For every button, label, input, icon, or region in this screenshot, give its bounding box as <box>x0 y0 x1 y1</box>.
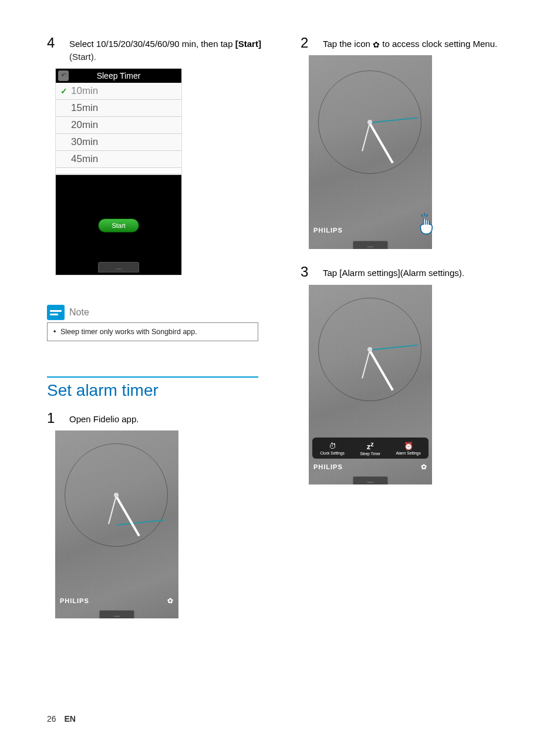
gear-icon: ✿ <box>373 40 380 49</box>
screenshot-clock-app: PHILIPS ✿ ⎵⎵ <box>55 430 178 618</box>
step-1: 1 Open Fidelio app. <box>47 410 265 426</box>
section-divider <box>47 376 258 378</box>
clock-settings-icon: ⏱ <box>329 442 336 450</box>
step-number: 1 <box>47 410 61 426</box>
note-box: Note Sleep timer only works with Songbir… <box>47 305 258 341</box>
sleep-lower: Start ⎵⎵ <box>56 175 181 275</box>
step-text: Open Fidelio app. <box>69 410 139 426</box>
step2-pre: Tap the icon <box>323 39 373 49</box>
tray-icon: ⎵⎵ <box>99 610 134 618</box>
brand-label: PHILIPS <box>313 227 343 234</box>
step4-bold: [Start] <box>235 39 261 49</box>
tray-icon: ⎵⎵ <box>353 476 388 484</box>
back-icon[interactable]: ↶ <box>58 70 69 81</box>
tap-hand-icon <box>414 213 434 238</box>
section-title: Set alarm timer <box>47 381 265 400</box>
settings-menu: ⏱ Clock Settings zz Sleep Timer ⏰ Alarm … <box>312 438 429 459</box>
step-2: 2 Tap the icon ✿ to access clock setting… <box>301 35 519 51</box>
tray-icon: ⎵⎵ <box>98 262 139 272</box>
menu-sleep-timer[interactable]: zz Sleep Timer <box>360 441 380 456</box>
page-lang: EN <box>64 714 75 724</box>
step-text: Select 10/15/20/30/45/60/90 min, then ta… <box>69 35 265 63</box>
screenshot-clock-plain: PHILIPS ⎵⎵ <box>309 55 432 249</box>
menu-label: Sleep Timer <box>360 452 380 456</box>
timer-row-fade <box>56 168 181 175</box>
screenshot-sleep-timer: ↶ Sleep Timer 10min 15min 20min 30min 45… <box>55 68 182 275</box>
step-number: 3 <box>301 264 315 280</box>
timer-row-10[interactable]: 10min <box>56 83 181 100</box>
screenshot-clock-menu: ⏱ Clock Settings zz Sleep Timer ⏰ Alarm … <box>309 285 432 484</box>
note-icon <box>47 305 65 320</box>
menu-clock-settings[interactable]: ⏱ Clock Settings <box>320 442 345 455</box>
step-text: Tap [Alarm settings](Alarm settings). <box>323 264 464 280</box>
timer-list: 10min 15min 20min 30min 45min <box>56 83 181 175</box>
timer-row-20[interactable]: 20min <box>56 117 181 134</box>
menu-alarm-settings[interactable]: ⏰ Alarm Settings <box>396 442 420 455</box>
step-number: 4 <box>47 35 61 63</box>
sleep-title: Sleep Timer <box>97 71 141 80</box>
note-body: Sleep timer only works with Songbird app… <box>47 322 258 341</box>
step-3: 3 Tap [Alarm settings](Alarm settings). <box>301 264 519 280</box>
menu-label: Clock Settings <box>320 451 345 455</box>
timer-row-45[interactable]: 45min <box>56 151 181 168</box>
timer-row-15[interactable]: 15min <box>56 100 181 117</box>
timer-row-30[interactable]: 30min <box>56 134 181 151</box>
sleep-icon: zz <box>367 441 374 450</box>
step4-paren: (Start). <box>69 52 96 62</box>
gear-icon[interactable]: ✿ <box>421 463 427 471</box>
brand-label: PHILIPS <box>60 597 89 604</box>
step-number: 2 <box>301 35 315 51</box>
page-footer: 26 EN <box>47 714 76 724</box>
step-4: 4 Select 10/15/20/30/45/60/90 min, then … <box>47 35 265 63</box>
start-button[interactable]: Start <box>98 218 139 233</box>
menu-label: Alarm Settings <box>396 451 420 455</box>
page-number: 26 <box>47 714 56 724</box>
alarm-settings-icon: ⏰ <box>404 442 413 450</box>
note-label: Note <box>69 307 89 318</box>
tray-icon: ⎵⎵ <box>353 241 388 249</box>
brand-label: PHILIPS <box>313 463 343 470</box>
step-text: Tap the icon ✿ to access clock setting M… <box>323 35 497 51</box>
gear-icon[interactable]: ✿ <box>167 597 174 605</box>
step4-line: Select 10/15/20/30/45/60/90 min, then ta… <box>69 39 235 49</box>
sleep-header: ↶ Sleep Timer <box>56 69 181 83</box>
step2-post: to access clock setting Menu. <box>380 39 497 49</box>
